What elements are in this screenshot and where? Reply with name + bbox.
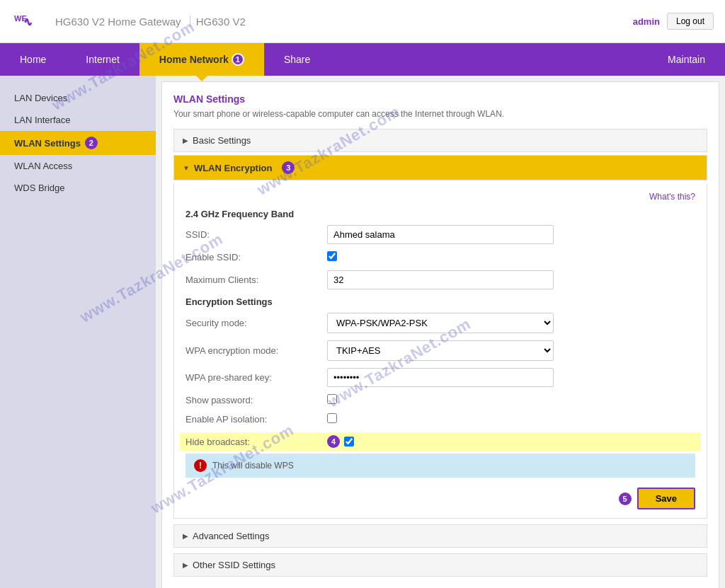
enable-ap-checkbox[interactable]	[327, 413, 337, 423]
svg-text:WE: WE	[14, 14, 27, 23]
wpa-encryption-container: TKIP+AES TKIP AES	[327, 340, 554, 361]
advanced-settings-section[interactable]: ▶ Advanced Settings	[173, 524, 707, 548]
frequency-band-title: 2.4 GHz Frequency Band	[185, 209, 695, 219]
basic-settings-arrow: ▶	[183, 137, 188, 144]
warning-row: ! This will disable WPS	[185, 454, 695, 478]
security-mode-container: WPA-PSK/WPA2-PSK WPA-PSK WPA2-PSK No enc…	[327, 313, 554, 333]
security-mode-row: Security mode: WPA-PSK/WPA2-PSK WPA-PSK …	[185, 313, 695, 333]
ssid-label: SSID:	[185, 229, 327, 240]
save-badge: 5	[619, 492, 632, 505]
nav-badge-1: 1	[232, 53, 244, 66]
warning-icon: !	[194, 459, 207, 472]
sidebar-item-wlan-access[interactable]: WLAN Access	[0, 155, 156, 177]
basic-settings-label: Basic Settings	[193, 135, 251, 146]
header-logo: WE HG630 V2 Home Gateway HG630 V2	[11, 6, 246, 37]
basic-settings-section[interactable]: ▶ Basic Settings	[173, 129, 707, 152]
security-mode-select[interactable]: WPA-PSK/WPA2-PSK WPA-PSK WPA2-PSK No enc…	[327, 313, 554, 333]
save-button[interactable]: Save	[637, 488, 695, 509]
admin-label: admin	[633, 16, 660, 27]
header-title: HG630 V2 Home Gateway HG630 V2	[50, 16, 246, 28]
enable-ssid-checkbox[interactable]	[327, 251, 337, 261]
main-layout: LAN Devices LAN Interface WLAN Settings …	[0, 76, 725, 588]
page-title: WLAN Settings	[173, 93, 707, 105]
header: WE HG630 V2 Home Gateway HG630 V2 admin …	[0, 0, 725, 43]
logout-button[interactable]: Log out	[667, 13, 714, 30]
nav-item-home-network[interactable]: Home Network 1	[139, 43, 264, 76]
enable-ssid-container	[327, 251, 554, 263]
nav-item-home[interactable]: Home	[0, 43, 66, 76]
sidebar: LAN Devices LAN Interface WLAN Settings …	[0, 76, 156, 588]
hide-broadcast-label: Hide broadcast:	[185, 437, 327, 447]
enable-ap-row: Enable AP isolation:	[185, 413, 695, 425]
show-password-container	[327, 394, 554, 406]
encryption-settings-title: Encryption Settings	[185, 296, 695, 307]
preshared-key-container	[327, 368, 554, 387]
preshared-key-label: WPA pre-shared key:	[185, 372, 327, 383]
ssid-input[interactable]	[327, 225, 554, 244]
header-right: admin Log out	[633, 13, 714, 30]
wpa-encryption-select[interactable]: TKIP+AES TKIP AES	[327, 340, 554, 361]
other-ssid-arrow: ▶	[183, 561, 188, 569]
wpa-encryption-row: WPA encryption mode: TKIP+AES TKIP AES	[185, 340, 695, 361]
sidebar-item-wds-bridge[interactable]: WDS Bridge	[0, 177, 156, 199]
show-password-row: Show password:	[185, 394, 695, 406]
max-clients-label: Maximum Clients:	[185, 275, 327, 285]
advanced-settings-label: Advanced Settings	[193, 531, 269, 541]
ssid-field-container	[327, 225, 554, 244]
wlan-encryption-body: What's this? 2.4 GHz Frequency Band SSID…	[173, 183, 707, 519]
preshared-key-input[interactable]	[327, 368, 554, 387]
save-row: 5 Save	[185, 488, 695, 509]
hide-broadcast-badge: 4	[327, 435, 340, 448]
max-clients-container	[327, 270, 554, 289]
enable-ap-container	[327, 413, 554, 425]
logo: WE	[11, 6, 42, 37]
sidebar-item-lan-interface[interactable]: LAN Interface	[0, 109, 156, 131]
enable-ap-label: Enable AP isolation:	[185, 414, 327, 425]
main-content: WLAN Settings Your smart phone or wirele…	[161, 81, 719, 588]
ssid-row: SSID:	[185, 225, 695, 244]
hide-broadcast-row: Hide broadcast: 4	[180, 432, 701, 451]
other-ssid-label: Other SSID Settings	[193, 560, 275, 570]
nav-item-share[interactable]: Share	[264, 43, 330, 76]
show-password-label: Show password:	[185, 395, 327, 405]
whats-this-link[interactable]: What's this?	[185, 192, 695, 202]
wlan-encryption-section[interactable]: ▼ WLAN Encryption 3	[173, 155, 707, 180]
nav-item-maintain[interactable]: Maintain	[648, 43, 725, 76]
wlan-encryption-arrow: ▼	[183, 164, 190, 172]
hide-broadcast-container: 4	[327, 435, 554, 448]
main-nav: Home Internet Home Network 1 Share Maint…	[0, 43, 725, 76]
hide-broadcast-checkbox[interactable]	[344, 437, 354, 446]
wlan-encryption-badge: 3	[282, 161, 295, 174]
nav-item-internet[interactable]: Internet	[66, 43, 139, 76]
max-clients-row: Maximum Clients:	[185, 270, 695, 289]
sidebar-badge-2: 2	[85, 137, 98, 149]
show-password-checkbox[interactable]	[327, 394, 337, 404]
page-description: Your smart phone or wireless-capable com…	[173, 109, 707, 119]
warning-text: This will disable WPS	[212, 461, 294, 471]
advanced-settings-arrow: ▶	[183, 532, 188, 540]
sidebar-item-lan-devices[interactable]: LAN Devices	[0, 87, 156, 109]
security-mode-label: Security mode:	[185, 318, 327, 328]
enable-ssid-row: Enable SSID:	[185, 251, 695, 263]
enable-ssid-label: Enable SSID:	[185, 252, 327, 263]
preshared-key-row: WPA pre-shared key:	[185, 368, 695, 387]
max-clients-input[interactable]	[327, 270, 554, 289]
wpa-encryption-label: WPA encryption mode:	[185, 345, 327, 356]
sidebar-item-wlan-settings[interactable]: WLAN Settings 2	[0, 131, 156, 155]
wlan-encryption-label: WLAN Encryption	[194, 163, 273, 173]
other-ssid-section[interactable]: ▶ Other SSID Settings	[173, 553, 707, 577]
